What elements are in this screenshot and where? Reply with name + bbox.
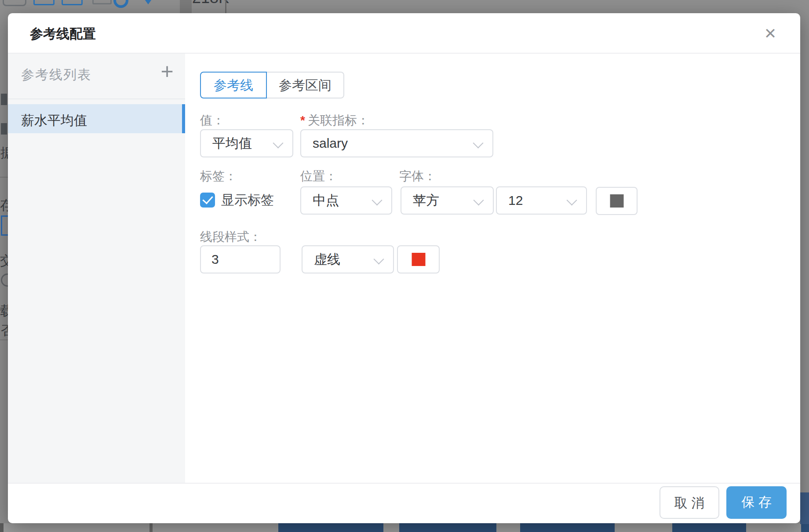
save-button[interactable]: 保 存: [726, 486, 787, 519]
bg-bottom-divider: [149, 523, 153, 532]
bg-divider-line: [225, 0, 226, 13]
tab-group: 参考线 参考区间: [200, 72, 344, 98]
bg-fragment-block: [1, 123, 7, 135]
position-select-text: 中点: [313, 193, 339, 208]
tab-reference-line[interactable]: 参考线: [200, 72, 267, 98]
list-divider: [8, 98, 185, 99]
line-type-select-text: 虚线: [314, 252, 340, 266]
tab-reference-range[interactable]: 参考区间: [267, 72, 344, 98]
dialog-title: 参考线配置: [30, 25, 96, 43]
bg-chart-bar: [672, 523, 746, 532]
line-type-select[interactable]: 虚线: [302, 245, 394, 273]
bg-fragment-block: [1, 94, 7, 105]
checkmark-icon: [202, 193, 213, 204]
chevron-down-icon: [566, 195, 577, 205]
chevron-down-icon: [473, 138, 483, 148]
font-family-select-text: 苹方: [413, 193, 439, 208]
bg-chart-bar: [399, 523, 496, 532]
font-size-select[interactable]: 12: [496, 186, 587, 215]
chevron-down-icon: [473, 195, 484, 205]
metric-select-text: salary: [313, 136, 348, 150]
position-select[interactable]: 中点: [300, 186, 392, 215]
font-label: 字体：: [399, 169, 436, 183]
selection-indicator: [182, 104, 185, 133]
bg-donut-icon: [113, 0, 128, 8]
metric-label: *关联指标：: [300, 113, 369, 128]
bg-divider-block: [180, 0, 192, 13]
metric-label-text: 关联指标：: [308, 113, 369, 127]
footer-divider: [8, 483, 800, 484]
bg-chart-bar: [278, 523, 383, 532]
line-width-input[interactable]: [200, 245, 281, 273]
bg-chart-bar: [801, 523, 809, 532]
position-label: 位置：: [300, 169, 337, 183]
metric-select[interactable]: salary: [300, 129, 493, 157]
close-icon[interactable]: ✕: [760, 23, 781, 44]
list-item-label: 薪水平均值: [21, 112, 87, 130]
line-color-button[interactable]: [397, 245, 440, 273]
font-color-swatch: [610, 194, 623, 208]
required-asterisk: *: [300, 113, 305, 127]
bg-toolbar-icon-frame: [3, 0, 26, 6]
chevron-down-icon: [372, 195, 382, 205]
show-label-checkbox[interactable]: [200, 193, 215, 208]
chevron-down-icon: [273, 138, 283, 148]
bg-chart-type-icon: [33, 0, 55, 5]
add-reference-line-button[interactable]: +: [156, 58, 178, 84]
bg-funnel-icon: [142, 0, 154, 4]
bg-chart-type-icon: [62, 0, 83, 5]
bg-chart-bar: [520, 523, 615, 532]
dialog-header: 参考线配置 ✕: [8, 13, 800, 54]
reference-line-list-item[interactable]: 薪水平均值: [8, 104, 185, 133]
list-panel-title: 参考线列表: [21, 66, 91, 84]
bg-fragment-line: [0, 177, 8, 178]
line-style-label: 线段样式：: [200, 230, 262, 244]
reference-line-config-dialog: 参考线配置 ✕ 参考线列表 + 薪水平均值 参考线 参考区间 值： *关联指标：…: [8, 13, 800, 523]
chevron-down-icon: [373, 254, 384, 264]
screen: 218K 据 存 交 载 否 参考线配置 ✕ 参考线列表 + 薪水平均值: [0, 0, 809, 532]
bg-right-panel-block: [800, 492, 809, 524]
value-select[interactable]: 平均值: [200, 129, 293, 157]
bg-fragment-line: [0, 339, 8, 340]
font-color-button[interactable]: [596, 187, 638, 215]
cancel-button[interactable]: 取 消: [660, 486, 719, 519]
font-size-select-text: 12: [508, 193, 523, 208]
reference-line-list-panel: 参考线列表 + 薪水平均值: [8, 54, 185, 483]
bg-bottom-left-block: [0, 523, 4, 532]
font-family-select[interactable]: 苹方: [401, 186, 494, 215]
value-label: 值：: [200, 113, 225, 128]
bg-chart-type-icon-gray: [92, 0, 112, 4]
bg-stat-text: 218K: [192, 0, 229, 4]
line-color-swatch: [412, 253, 425, 266]
show-label-text: 显示标签: [221, 193, 274, 208]
value-select-text: 平均值: [212, 136, 252, 150]
label-section-label: 标签：: [200, 169, 237, 183]
